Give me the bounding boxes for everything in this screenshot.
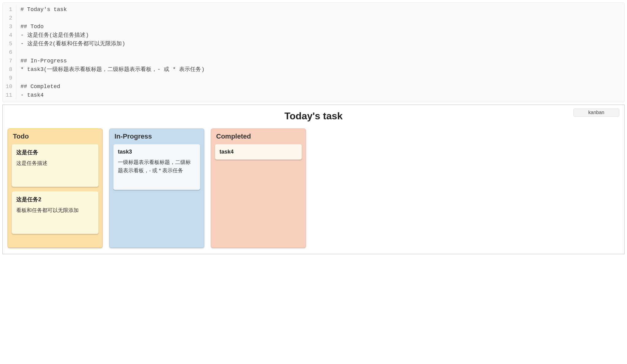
editor-line[interactable]: 7 ## In-Progress: [3, 57, 624, 65]
line-content[interactable]: - 这是任务(这是任务描述): [16, 31, 89, 39]
line-number: 2: [3, 14, 16, 22]
editor-line[interactable]: 9: [3, 74, 624, 82]
card-title: task4: [220, 149, 297, 155]
line-content[interactable]: [16, 74, 21, 82]
line-number: 9: [3, 74, 16, 82]
line-number: 6: [3, 48, 16, 57]
line-content[interactable]: ## Completed: [16, 82, 60, 91]
card-description: 这是任务描述: [16, 159, 94, 167]
line-content[interactable]: * task3(一级标题表示看板标题，二级标题表示看板，- 或 * 表示任务): [16, 65, 205, 74]
line-number: 1: [3, 5, 16, 14]
card-title: 这是任务2: [16, 196, 94, 203]
editor-line[interactable]: 4 - 这是任务(这是任务描述): [3, 31, 624, 39]
column-todo[interactable]: Todo 这是任务 这是任务描述 这是任务2 看板和任务都可以无限添加: [8, 128, 103, 248]
editor-line[interactable]: 3 ## Todo: [3, 22, 624, 31]
card-title: 这是任务: [16, 149, 94, 156]
task-card[interactable]: 这是任务 这是任务描述: [12, 144, 99, 187]
card-title: task3: [118, 149, 196, 155]
markdown-editor[interactable]: 1 # Today's task 2 3 ## Todo 4 - 这是任务(这是…: [2, 2, 625, 102]
editor-line[interactable]: 2: [3, 14, 624, 22]
editor-line[interactable]: 10 ## Completed: [3, 82, 624, 91]
line-content[interactable]: - task4: [16, 91, 44, 99]
line-number: 4: [3, 31, 16, 39]
line-number: 5: [3, 39, 16, 48]
line-content[interactable]: ## In-Progress: [16, 57, 67, 65]
column-completed[interactable]: Completed task4: [211, 128, 306, 248]
card-description: 看板和任务都可以无限添加: [16, 206, 94, 214]
line-number: 7: [3, 57, 16, 65]
column-header: In-Progress: [113, 129, 200, 144]
column-header: Todo: [12, 129, 99, 144]
line-number: 11: [3, 91, 16, 99]
line-number: 3: [3, 22, 16, 31]
editor-line[interactable]: 8 * task3(一级标题表示看板标题，二级标题表示看板，- 或 * 表示任务…: [3, 65, 624, 74]
line-number: 8: [3, 65, 16, 74]
kanban-preview: kanban Today's task Todo 这是任务 这是任务描述 这是任…: [2, 105, 625, 254]
kanban-columns: Todo 这是任务 这是任务描述 这是任务2 看板和任务都可以无限添加 In-P…: [8, 128, 619, 248]
line-content[interactable]: - 这是任务2(看板和任务都可以无限添加): [16, 39, 125, 48]
task-card[interactable]: task3 一级标题表示看板标题，二级标题表示看板，- 或 * 表示任务: [113, 144, 200, 190]
task-card[interactable]: 这是任务2 看板和任务都可以无限添加: [12, 191, 99, 234]
line-content[interactable]: [16, 48, 21, 57]
editor-line[interactable]: 1 # Today's task: [3, 5, 624, 14]
line-content[interactable]: [16, 14, 21, 22]
kanban-type-badge[interactable]: kanban: [573, 109, 620, 117]
line-content[interactable]: # Today's task: [16, 5, 67, 14]
editor-line[interactable]: 11 - task4: [3, 91, 624, 99]
column-in-progress[interactable]: In-Progress task3 一级标题表示看板标题，二级标题表示看板，- …: [109, 128, 204, 248]
line-content[interactable]: ## Todo: [16, 22, 44, 31]
editor-line[interactable]: 6: [3, 48, 624, 57]
kanban-title: Today's task: [8, 110, 619, 122]
card-description: 一级标题表示看板标题，二级标题表示看板，- 或 * 表示任务: [118, 158, 196, 175]
editor-line[interactable]: 5 - 这是任务2(看板和任务都可以无限添加): [3, 39, 624, 48]
task-card[interactable]: task4: [215, 144, 302, 160]
column-header: Completed: [215, 129, 302, 144]
line-number: 10: [3, 82, 16, 91]
